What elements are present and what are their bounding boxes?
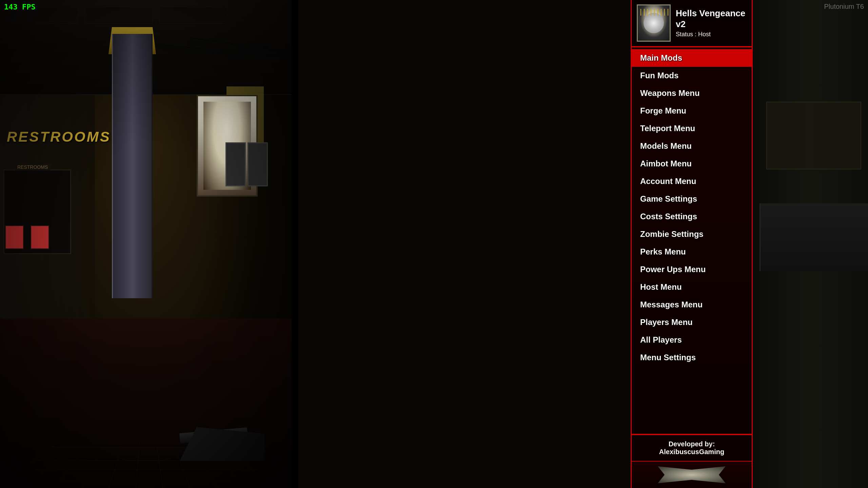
- menu-status: Status : Host: [676, 31, 747, 38]
- gun: [170, 393, 264, 461]
- menu-footer: Developed by: AlexibuscusGaming: [632, 434, 752, 461]
- menu-item-host-menu[interactable]: Host Menu: [632, 278, 752, 296]
- menu-item-forge-menu[interactable]: Forge Menu: [632, 102, 752, 120]
- corridor-door: [225, 142, 246, 186]
- menu-logo: [637, 4, 671, 42]
- right-background: [298, 0, 868, 488]
- fps-counter: 143 FPS: [4, 3, 36, 11]
- menu-item-power-ups-menu[interactable]: Power Ups Menu: [632, 261, 752, 278]
- menu-item-zombie-settings[interactable]: Zombie Settings: [632, 225, 752, 243]
- ceiling-tile: [85, 7, 153, 24]
- notice-board: [31, 225, 49, 249]
- notice-board: [5, 225, 24, 249]
- menu-item-account-menu[interactable]: Account Menu: [632, 172, 752, 190]
- far-right-wall: [749, 0, 868, 488]
- game-viewport: RESTROOMS RESTROOMS: [0, 0, 292, 488]
- menu-footer-text: Developed by: AlexibuscusGaming: [638, 440, 745, 456]
- menu-item-costs-settings[interactable]: Costs Settings: [632, 208, 752, 225]
- menu-item-perks-menu[interactable]: Perks Menu: [632, 243, 752, 261]
- bottom-logo-shape: [658, 466, 726, 483]
- menu-item-all-players[interactable]: All Players: [632, 331, 752, 349]
- menu-item-teleport-menu[interactable]: Teleport Menu: [632, 120, 752, 137]
- corridor-door-2: [248, 142, 268, 186]
- menu-panel: Hells Vengeance v2 Status : Host Main Mo…: [631, 0, 753, 488]
- left-wall: RESTROOMS RESTROOMS: [0, 95, 95, 332]
- menu-items-container: Main ModsFun ModsWeapons MenuForge MenuT…: [632, 47, 752, 434]
- menu-item-messages-menu[interactable]: Messages Menu: [632, 296, 752, 313]
- menu-title-area: Hells Vengeance v2 Status : Host: [676, 8, 747, 38]
- menu-item-fun-mods[interactable]: Fun Mods: [632, 67, 752, 84]
- menu-item-aimbot-menu[interactable]: Aimbot Menu: [632, 155, 752, 172]
- plutonium-watermark: Plutonium T6: [824, 3, 864, 11]
- restrooms-sign: RESTROOMS: [7, 129, 111, 145]
- menu-item-main-mods[interactable]: Main Mods: [632, 49, 752, 67]
- menu-item-menu-settings[interactable]: Menu Settings: [632, 349, 752, 366]
- map-on-wall: [766, 102, 861, 169]
- menu-bottom-logo: [632, 461, 752, 488]
- pillar: [112, 34, 153, 298]
- menu-item-models-menu[interactable]: Models Menu: [632, 137, 752, 155]
- ceiling-tile: [159, 7, 227, 24]
- restroom-sign-small: RESTROOMS: [15, 164, 51, 170]
- menu-header: Hells Vengeance v2 Status : Host: [632, 0, 752, 47]
- furniture: [760, 203, 868, 271]
- menu-item-game-settings[interactable]: Game Settings: [632, 190, 752, 208]
- menu-item-players-menu[interactable]: Players Menu: [632, 313, 752, 331]
- menu-mod-title: Hells Vengeance v2: [676, 8, 747, 29]
- menu-item-weapons-menu[interactable]: Weapons Menu: [632, 84, 752, 102]
